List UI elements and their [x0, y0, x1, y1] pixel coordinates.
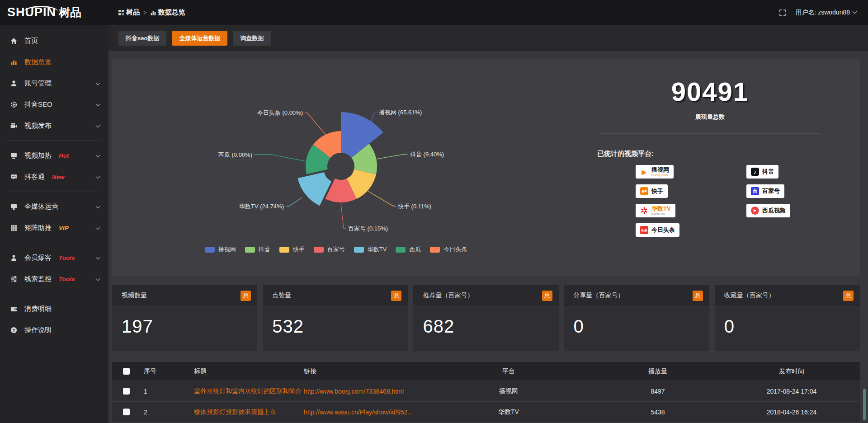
- top-bar: SHUPIN 树品 树品 > 数据总览 用户名: zswodun88: [0, 0, 868, 25]
- platforms-label: 已统计的视频平台:: [597, 150, 860, 158]
- label-line: [368, 191, 396, 206]
- platform-name: 播视网: [651, 167, 669, 173]
- row-checkbox[interactable]: [123, 388, 130, 395]
- total-badge: 总: [391, 291, 401, 301]
- row-checkbox[interactable]: [123, 409, 130, 415]
- kuaishou-icon: [640, 187, 648, 195]
- table-row: 1 室外水纹灯和室内水纹灯的区别和简介 http://www.boosj.com…: [112, 381, 860, 402]
- user-dropdown[interactable]: 用户名: zswodun88: [795, 9, 856, 17]
- logo-text-cn: 树品: [59, 5, 81, 20]
- platform-badge-douyin: ♪ 抖音: [746, 165, 778, 179]
- platform-name: 华数TV: [651, 206, 671, 212]
- sidebar-item-label: 账号管理: [24, 79, 52, 88]
- chevron-down-icon: [96, 174, 100, 179]
- col-header-time: 发布时间: [723, 367, 860, 376]
- bar-chart-icon: [151, 10, 156, 15]
- sidebar-item-clue-monitor[interactable]: 线索监控 Tools: [0, 268, 108, 290]
- baijiahao-icon: 百: [751, 187, 759, 195]
- sidebar-item-label: 抖客通: [24, 173, 45, 181]
- platform-badge-xigua: ▶ 西瓜视频: [746, 204, 790, 217]
- legend-label: 百家号: [327, 245, 345, 254]
- tab-inquiry-data[interactable]: 询盘数据: [233, 31, 271, 46]
- pie-label: 快手 (0.11%): [397, 203, 431, 210]
- pie-label: 华数TV (24.74%): [239, 203, 284, 210]
- app-logo: SHUPIN 树品: [0, 5, 108, 20]
- breadcrumb-current[interactable]: 数据总览: [151, 8, 185, 17]
- bar-chart-icon: [10, 58, 18, 66]
- card-value: 682: [413, 306, 558, 337]
- legend-label: 快手: [293, 245, 305, 254]
- sidebar-item-label: 矩阵助推: [24, 224, 52, 232]
- fullscreen-icon[interactable]: [779, 9, 786, 16]
- xigua-play-icon: ▶: [751, 207, 759, 215]
- cell-plays: 8497: [592, 388, 723, 395]
- tab-douyin-seo-data[interactable]: 抖音seo数据: [118, 31, 166, 46]
- legend-item[interactable]: 西瓜: [396, 245, 421, 254]
- cell-plays: 5438: [592, 409, 723, 416]
- cell-platform: 华数TV: [425, 408, 592, 416]
- col-header-no: 序号: [140, 367, 192, 376]
- sidebar-item-media-ops[interactable]: 全媒体运营: [0, 196, 108, 217]
- legend-item[interactable]: 今日头条: [430, 245, 467, 254]
- total-badge: 总: [693, 291, 703, 301]
- platform-subtext: boosj.com: [651, 174, 669, 177]
- chevron-down-icon: [96, 204, 100, 208]
- platform-name: 快手: [651, 187, 663, 195]
- label-line: [341, 203, 346, 228]
- sidebar-item-label: 会员爆客: [24, 254, 52, 262]
- chart-legend: 播视网 抖音 快手 百家号 华数TV 西瓜 今日头条: [112, 245, 560, 254]
- sidebar-item-label: 抖音SEO: [24, 100, 52, 109]
- svg-text:?: ?: [13, 328, 15, 333]
- hot-badge: Hot: [59, 152, 69, 159]
- sidebar-item-label: 首页: [24, 37, 38, 45]
- label-line: [376, 154, 408, 159]
- stat-card-shares: 分享量（百家号）总 0: [564, 285, 709, 351]
- select-all-checkbox[interactable]: [123, 368, 130, 375]
- sidebar-item-matrix-boost[interactable]: 矩阵助推 VIP: [0, 217, 108, 239]
- sidebar-item-home[interactable]: 首页: [0, 30, 108, 52]
- legend-item[interactable]: 快手: [279, 245, 305, 254]
- tab-bar: 抖音seo数据 全媒体运营数据 询盘数据: [108, 25, 868, 51]
- platform-badge-wasutv: 华数TVwasu.cn: [636, 204, 675, 217]
- breadcrumb-home-label: 树品: [126, 8, 140, 17]
- card-label: 推荐量（百家号）: [423, 291, 473, 300]
- scrollbar-thumb[interactable]: [863, 389, 866, 420]
- cell-title-link[interactable]: 楼体投影灯投影效果震撼上市: [192, 408, 302, 416]
- card-label: 点赞量: [272, 291, 291, 300]
- card-label: 分享量（百家号）: [574, 291, 624, 300]
- pie-labels: 播视网 (65.61%) 抖音 (9.40%) 快手 (0.11%) 百家号 (…: [218, 109, 444, 232]
- legend-item[interactable]: 华数TV: [354, 245, 387, 254]
- impressions-summary: 90491 展现量总数 已统计的视频平台: ▶ 播视网boosj.com ♪ 抖…: [560, 59, 860, 276]
- cell-no: 2: [140, 409, 192, 416]
- sidebar-item-video-heat[interactable]: 视频加热 Hot: [0, 145, 108, 166]
- breadcrumb-separator: >: [143, 9, 147, 16]
- sidebar-item-member-burst[interactable]: 会员爆客 Tools: [0, 247, 108, 268]
- platforms-grid: ▶ 播视网boosj.com ♪ 抖音 快手 百 百家号: [636, 165, 860, 237]
- wallet-icon: [10, 305, 18, 313]
- legend-item[interactable]: 百家号: [314, 245, 345, 254]
- chevron-down-icon: [96, 123, 100, 127]
- sidebar-item-spend-detail[interactable]: 消费明细: [0, 298, 108, 320]
- cell-time: 2017-08-24 17:04: [723, 388, 860, 395]
- legend-item[interactable]: 抖音: [245, 245, 270, 254]
- sidebar-item-label: 视频加热: [24, 151, 52, 160]
- sidebar-item-video-publish[interactable]: 视频发布: [0, 115, 108, 136]
- card-label: 收藏量（百家号）: [724, 291, 775, 300]
- stat-card-recommends: 推荐量（百家号）总 682: [413, 285, 558, 351]
- tab-media-ops-data[interactable]: 全媒体运营数据: [172, 31, 227, 46]
- sidebar-item-data-overview[interactable]: 数据总览: [0, 52, 108, 73]
- sidebar-item-help[interactable]: ? 操作说明: [0, 320, 108, 341]
- chevron-down-icon: [96, 80, 100, 85]
- legend-item[interactable]: 播视网: [205, 245, 236, 254]
- sidebar-item-account-mgmt[interactable]: 账号管理: [0, 73, 108, 94]
- grid-icon: [10, 224, 18, 232]
- breadcrumb-home[interactable]: 树品: [118, 8, 140, 17]
- cell-url-link[interactable]: http://www.wasu.cn/Play/show/id/952...: [302, 409, 425, 416]
- cell-url-link[interactable]: http://www.boosj.com/7338468.html: [302, 388, 425, 395]
- cell-title-link[interactable]: 室外水纹灯和室内水纹灯的区别和简介: [192, 387, 302, 395]
- sidebar-item-doketong[interactable]: 抖客通 New: [0, 166, 108, 188]
- monitor-icon: [10, 203, 18, 211]
- sidebar-item-douyin-seo[interactable]: 抖音SEO: [0, 94, 108, 115]
- pie-label-lines: [254, 112, 408, 228]
- impressions-total-label: 展现量总数: [560, 113, 860, 121]
